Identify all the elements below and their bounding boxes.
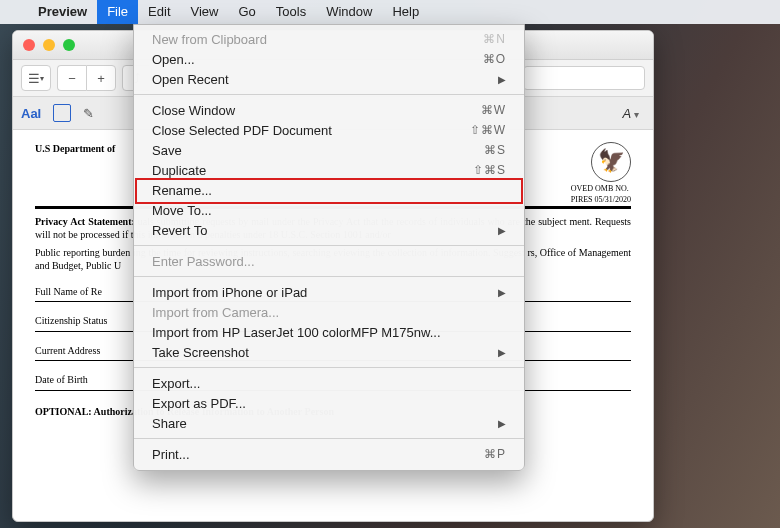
shape-tool[interactable] bbox=[53, 104, 71, 122]
menu-go[interactable]: Go bbox=[228, 0, 265, 24]
zoom-in-button[interactable]: + bbox=[86, 65, 116, 91]
menu-view[interactable]: View bbox=[181, 0, 229, 24]
submenu-arrow-icon: ▶ bbox=[498, 225, 506, 236]
submenu-arrow-icon: ▶ bbox=[498, 418, 506, 429]
menu-tools[interactable]: Tools bbox=[266, 0, 316, 24]
omb-text: OVED OMB NO.PIRES 05/31/2020 bbox=[571, 184, 631, 206]
menu-item-open[interactable]: Open...⌘O bbox=[134, 49, 524, 69]
menu-item-share[interactable]: Share▶ bbox=[134, 413, 524, 433]
menu-item-close-selected-pdf-document[interactable]: Close Selected PDF Document⇧⌘W bbox=[134, 120, 524, 140]
zoom-group: − + bbox=[57, 65, 116, 91]
menu-item-import-from-camera: Import from Camera... bbox=[134, 302, 524, 322]
menu-item-enter-password: Enter Password... bbox=[134, 251, 524, 271]
menu-item-export-as-pdf[interactable]: Export as PDF... bbox=[134, 393, 524, 413]
menu-item-print[interactable]: Print...⌘P bbox=[134, 444, 524, 464]
text-style-tool[interactable]: AaI bbox=[21, 106, 41, 121]
font-picker[interactable]: A bbox=[623, 106, 645, 121]
menubar: Preview File Edit View Go Tools Window H… bbox=[0, 0, 780, 24]
submenu-arrow-icon: ▶ bbox=[498, 74, 506, 85]
menu-item-new-from-clipboard: New from Clipboard⌘N bbox=[134, 29, 524, 49]
menu-item-take-screenshot[interactable]: Take Screenshot▶ bbox=[134, 342, 524, 362]
menu-item-export[interactable]: Export... bbox=[134, 373, 524, 393]
seal-icon: 🦅 bbox=[591, 142, 631, 182]
sidebar-toggle-button[interactable]: ☰▾ bbox=[21, 65, 51, 91]
zoom-out-button[interactable]: − bbox=[57, 65, 86, 91]
file-menu-dropdown: New from Clipboard⌘NOpen...⌘OOpen Recent… bbox=[133, 24, 525, 471]
submenu-arrow-icon: ▶ bbox=[498, 287, 506, 298]
submenu-arrow-icon: ▶ bbox=[498, 347, 506, 358]
sign-tool[interactable]: ✎ bbox=[83, 106, 94, 121]
menu-item-open-recent[interactable]: Open Recent▶ bbox=[134, 69, 524, 89]
menu-window[interactable]: Window bbox=[316, 0, 382, 24]
minimize-button[interactable] bbox=[43, 39, 55, 51]
menu-item-close-window[interactable]: Close Window⌘W bbox=[134, 100, 524, 120]
menu-item-rename[interactable]: Rename... bbox=[134, 180, 524, 200]
close-button[interactable] bbox=[23, 39, 35, 51]
menu-item-move-to[interactable]: Move To... bbox=[134, 200, 524, 220]
menu-file[interactable]: File bbox=[97, 0, 138, 24]
menu-item-import-from-iphone-or-ipad[interactable]: Import from iPhone or iPad▶ bbox=[134, 282, 524, 302]
menu-help[interactable]: Help bbox=[382, 0, 429, 24]
dept-heading: U.S Department of bbox=[35, 142, 115, 156]
menu-item-revert-to[interactable]: Revert To▶ bbox=[134, 220, 524, 240]
search-input[interactable] bbox=[523, 66, 645, 90]
menu-item-import-from-hp-laserjet-100-colormfp-m175nw[interactable]: Import from HP LaserJet 100 colorMFP M17… bbox=[134, 322, 524, 342]
menu-edit[interactable]: Edit bbox=[138, 0, 180, 24]
menu-app[interactable]: Preview bbox=[28, 0, 97, 24]
menu-item-duplicate[interactable]: Duplicate⇧⌘S bbox=[134, 160, 524, 180]
menu-item-save[interactable]: Save⌘S bbox=[134, 140, 524, 160]
desktop: Preview File Edit View Go Tools Window H… bbox=[0, 0, 780, 528]
maximize-button[interactable] bbox=[63, 39, 75, 51]
